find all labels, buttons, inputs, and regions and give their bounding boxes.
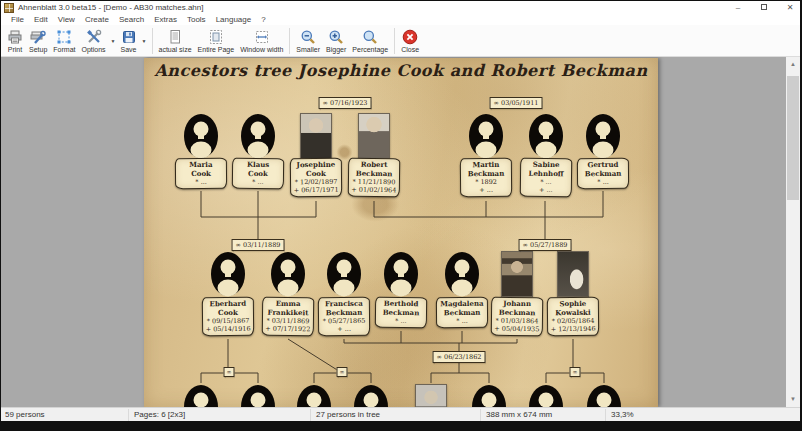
person-box-eberhard-cook: EberhardCook* 09/15/1867+ 05/14/1916 (202, 297, 254, 337)
format-icon (56, 29, 72, 45)
toolbar-separator (289, 28, 290, 54)
status-field-1: Pages: 6 [2x3] (134, 410, 185, 419)
person-date: * ... (579, 178, 627, 187)
silhouette-icon-gen3-person-2 (296, 384, 332, 407)
tools-icon (86, 29, 102, 45)
menu-item-tools[interactable]: Tools (182, 15, 211, 24)
window-width-button[interactable]: Window width (237, 26, 286, 56)
person-date: * ... (377, 317, 425, 326)
scrollbar-thumb[interactable] (787, 76, 799, 200)
portrait-photo-gen3-person-4 (415, 384, 447, 407)
bigger-button[interactable]: Bigger (323, 26, 349, 56)
portrait-photo-sophie-kowalski (557, 251, 589, 297)
actual-size-button[interactable]: actual size (156, 26, 195, 56)
statusbar-separator (605, 409, 606, 421)
menu-item-search[interactable]: Search (114, 15, 149, 24)
app-icon (4, 3, 14, 13)
silhouette-icon-eberhard-cook (210, 251, 246, 297)
marriage-label: ∞ (570, 367, 581, 377)
silhouette-icon-gen3-person-0 (183, 384, 219, 407)
person-box-magdalena-beckman: MagdalenaBeckman* ... (436, 297, 488, 329)
options-button[interactable]: Options (78, 26, 108, 56)
silhouette-icon-berthold-beckman (383, 251, 419, 297)
toolbar-button-label: Setup (29, 46, 47, 53)
person-date: + 01/02/1964 (350, 186, 398, 195)
person-name: Beckman (377, 308, 425, 317)
statusbar-separator (310, 409, 311, 421)
silhouette-icon-sabine-lehnhoff (528, 113, 564, 159)
menu-item-view[interactable]: View (53, 15, 80, 24)
toolbar-button-label: Options (81, 46, 105, 53)
silhouette-icon-gen3-person-5 (471, 384, 507, 407)
toolbar-button-label: Bigger (326, 46, 346, 53)
smaller-button[interactable]: Smaller (293, 26, 323, 56)
portrait-photo-josephine-cook (300, 113, 332, 159)
toolbar-button-label: Smaller (296, 46, 320, 53)
toolbar-separator (394, 28, 395, 54)
status-field-0: 59 persons (5, 410, 45, 419)
window-width-icon (254, 29, 270, 45)
print-button[interactable]: Print (4, 26, 26, 56)
person-name: Beckman (438, 308, 486, 317)
chevron-down-icon[interactable]: ▼ (109, 38, 118, 44)
menu-item--[interactable]: ? (256, 15, 270, 24)
marriage-label: ∞ 07/16/1923 (319, 97, 372, 109)
person-box-emma-frankikeit: EmmaFrankikeit* 03/11/1869+ 07/17/1922 (262, 297, 314, 337)
status-bar: 59 personsPages: 6 [2x3]27 persons in tr… (1, 407, 800, 421)
person-date: + 12/13/1946 (549, 325, 597, 334)
person-date: * 05/27/1865 (320, 317, 368, 326)
marriage-label: ∞ 05/27/1889 (519, 239, 572, 251)
person-name: Beckman (462, 169, 510, 178)
percentage-button[interactable]: Percentage (349, 26, 391, 56)
person-name: Lehnhoff (522, 169, 570, 178)
marriage-label: ∞ 03/05/1911 (490, 97, 543, 109)
save-button[interactable]: Save (118, 26, 140, 56)
menu-bar: FileEditViewCreateSearchExtrasToolsLangu… (1, 14, 800, 25)
marriage-label: ∞ 06/23/1862 (433, 351, 486, 363)
person-box-johann-beckman: JohannBeckman* 01/03/1864+ 05/04/1935 (491, 297, 543, 337)
chevron-down-icon[interactable]: ▼ (140, 38, 149, 44)
menu-item-file[interactable]: File (6, 15, 29, 24)
minimize-button[interactable]: – (732, 1, 744, 14)
setup-button[interactable]: Setup (26, 26, 50, 56)
menu-item-extras[interactable]: Extras (149, 15, 182, 24)
close-icon (402, 29, 418, 45)
toolbar-button-label: Percentage (352, 46, 388, 53)
status-field-2: 27 persons in tree (316, 410, 380, 419)
marriage-label: ∞ (337, 367, 348, 377)
menu-item-create[interactable]: Create (80, 15, 114, 24)
menu-item-edit[interactable]: Edit (29, 15, 53, 24)
tree-preview-canvas[interactable]: Ancestors tree Josephine Cook and Robert… (1, 57, 800, 407)
person-date: + 05/14/1916 (204, 325, 252, 334)
maximize-button[interactable] (758, 1, 770, 14)
entire-page-icon (208, 29, 224, 45)
zoom-out-icon (300, 29, 316, 45)
person-date: + 07/17/1922 (264, 325, 312, 334)
silhouette-icon-gen3-person-7 (586, 384, 622, 407)
page-icon (167, 29, 183, 45)
person-box-gertrud-beckman: GertrudBeckman* ... (577, 158, 629, 190)
vertical-scrollbar[interactable]: ▲ ▼ (786, 57, 800, 407)
scroll-up-icon[interactable]: ▲ (786, 57, 800, 72)
silhouette-icon-martin-beckman (468, 113, 504, 159)
printer-setup-icon (30, 29, 46, 45)
marriage-label: ∞ (224, 367, 235, 377)
close-button[interactable]: Close (398, 26, 422, 56)
person-box-francisca-beckman: FranciscaBeckman* 05/27/1865+ ... (318, 297, 370, 337)
entire-page-button[interactable]: Entire Page (195, 26, 238, 56)
maximize-icon (761, 4, 767, 10)
toolbar-button-label: Format (53, 46, 75, 53)
menu-item-language[interactable]: Language (211, 15, 257, 24)
save-icon (121, 29, 137, 45)
toolbar-button-label: Close (401, 46, 419, 53)
format-button[interactable]: Format (50, 26, 78, 56)
status-field-4: 33,3% (611, 410, 634, 419)
portrait-photo-johann-beckman (501, 251, 533, 297)
person-box-sophie-kowalski: SophieKowalski* 02/05/1864+ 12/13/1946 (547, 297, 599, 337)
app-window: Ahnenblatt 3.0 beta15 - [Demo - AB30 mat… (1, 1, 800, 421)
person-date: + ... (320, 325, 368, 334)
statusbar-separator (128, 409, 129, 421)
title-bar: Ahnenblatt 3.0 beta15 - [Demo - AB30 mat… (1, 1, 800, 14)
close-window-button[interactable]: ✕ (784, 1, 796, 14)
scroll-down-icon[interactable]: ▼ (786, 392, 800, 407)
